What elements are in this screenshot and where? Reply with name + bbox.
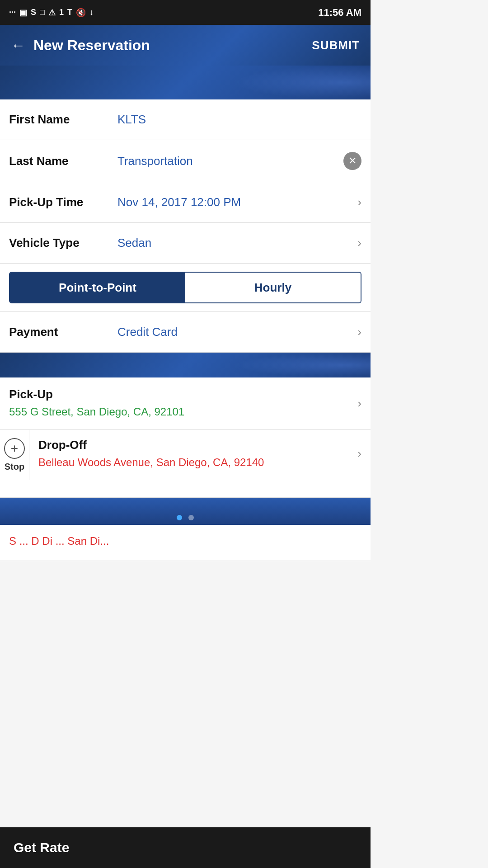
pickup-location-address: 555 G Street, San Diego, CA, 92101 xyxy=(9,404,353,420)
vehicle-type-chevron-icon: › xyxy=(357,236,361,250)
dropoff-info: Drop-Off Belleau Woods Avenue, San Diego… xyxy=(38,438,353,470)
last-name-row[interactable]: Last Name Transportation ✕ xyxy=(0,140,371,182)
add-stop-button[interactable]: + xyxy=(4,438,25,459)
dot-2 xyxy=(188,515,194,520)
page-title: New Reservation xyxy=(33,37,312,54)
status-bar: ··· ▣ S □ ⚠ 1 T 🔇 ↓ 11:56 AM xyxy=(0,0,371,25)
get-rate-label: Get Rate xyxy=(14,840,69,855)
payment-chevron-icon: › xyxy=(357,325,361,339)
payment-value: Credit Card xyxy=(117,325,353,339)
dropoff-label: Drop-Off xyxy=(38,438,353,452)
payment-label: Payment xyxy=(9,325,117,339)
partial-row: S ... D Di ... San Di... xyxy=(0,525,371,561)
clear-last-name-button[interactable]: ✕ xyxy=(343,152,361,170)
section-divider xyxy=(0,353,371,377)
trip-type-toggle-row: Point-to-Point Hourly xyxy=(0,264,371,312)
partial-address-text: S ... D Di ... San Di... xyxy=(9,535,109,547)
dropoff-row: + Stop Drop-Off Belleau Woods Avenue, Sa… xyxy=(0,430,371,498)
payment-row[interactable]: Payment Credit Card › xyxy=(0,312,371,353)
dot-1 xyxy=(177,515,182,520)
pickup-time-label: Pick-Up Time xyxy=(9,195,117,209)
stop-side: + Stop xyxy=(0,430,29,480)
footer-spacer xyxy=(0,561,371,602)
first-name-value: KLTS xyxy=(117,113,361,127)
blue-banner xyxy=(0,66,371,99)
app-header: ← New Reservation SUBMIT xyxy=(0,25,371,66)
first-name-row: First Name KLTS xyxy=(0,99,371,140)
dropoff-content[interactable]: Drop-Off Belleau Woods Avenue, San Diego… xyxy=(29,430,371,478)
pickup-location-content: Pick-Up 555 G Street, San Diego, CA, 921… xyxy=(9,387,353,420)
status-time: 11:56 AM xyxy=(318,7,361,19)
last-name-value: Transportation xyxy=(117,154,339,168)
trip-type-toggle: Point-to-Point Hourly xyxy=(9,272,361,303)
point-to-point-button[interactable]: Point-to-Point xyxy=(10,273,185,302)
dropoff-chevron-icon: › xyxy=(357,447,361,461)
pagination-dots xyxy=(177,515,194,520)
pickup-location-row[interactable]: Pick-Up 555 G Street, San Diego, CA, 921… xyxy=(0,377,371,430)
get-rate-button[interactable]: Get Rate xyxy=(0,827,371,868)
partial-section xyxy=(0,498,371,525)
submit-button[interactable]: SUBMIT xyxy=(312,38,360,52)
vehicle-type-row[interactable]: Vehicle Type Sedan › xyxy=(0,223,371,264)
first-name-label: First Name xyxy=(9,113,117,127)
vehicle-type-value: Sedan xyxy=(117,236,353,250)
plus-icon: + xyxy=(11,441,18,456)
status-icons: ··· ▣ S □ ⚠ 1 T 🔇 ↓ xyxy=(9,8,94,18)
back-button[interactable]: ← xyxy=(11,37,25,54)
hourly-button[interactable]: Hourly xyxy=(185,273,361,302)
pickup-location-label: Pick-Up xyxy=(9,387,353,401)
vehicle-type-label: Vehicle Type xyxy=(9,236,117,250)
stop-label: Stop xyxy=(5,462,24,472)
form-area: First Name KLTS Last Name Transportation… xyxy=(0,99,371,353)
pickup-time-chevron-icon: › xyxy=(357,195,361,209)
last-name-label: Last Name xyxy=(9,154,117,168)
pickup-chevron-icon: › xyxy=(357,396,361,410)
pickup-time-value: Nov 14, 2017 12:00 PM xyxy=(117,195,353,209)
dropoff-address: Belleau Woods Avenue, San Diego, CA, 921… xyxy=(38,455,353,470)
pickup-time-row[interactable]: Pick-Up Time Nov 14, 2017 12:00 PM › xyxy=(0,182,371,223)
